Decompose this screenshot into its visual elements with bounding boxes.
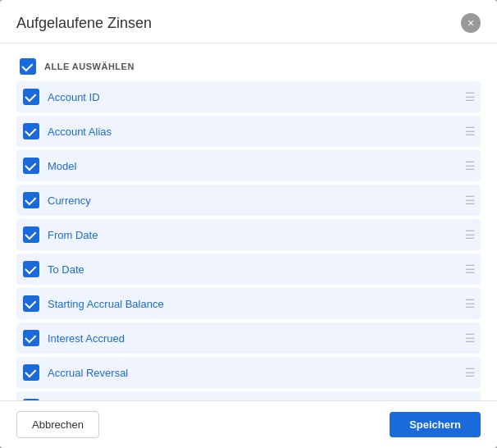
list-item: Starting Accrual Balance ☰ bbox=[16, 288, 481, 319]
item-checkbox-to-date[interactable] bbox=[23, 261, 39, 277]
modal-body: ALLE AUSWÄHLEN Account ID ☰ Account Alia… bbox=[0, 43, 497, 400]
item-label-account-id: Account ID bbox=[48, 91, 100, 103]
drag-handle-icon[interactable]: ☰ bbox=[465, 331, 474, 345]
list-item: Accrual Reversal ☰ bbox=[16, 357, 481, 388]
modal-overlay: Aufgelaufene Zinsen × ALLE AUSWÄHLEN A bbox=[0, 0, 497, 448]
item-left: Starting Accrual Balance bbox=[23, 295, 164, 312]
select-all-checkbox[interactable] bbox=[20, 58, 36, 75]
cancel-button[interactable]: Abbrechen bbox=[16, 411, 99, 438]
item-left: Currency bbox=[23, 192, 91, 208]
modal-footer: Abbrechen Speichern bbox=[0, 400, 497, 448]
item-checkbox-currency[interactable] bbox=[23, 192, 39, 208]
item-checkbox-account-alias[interactable] bbox=[23, 123, 39, 139]
list-item: Currency ☰ bbox=[16, 185, 481, 216]
item-label-currency: Currency bbox=[48, 194, 91, 207]
list-item: Account ID ☰ bbox=[16, 81, 481, 112]
item-checkbox-account-id[interactable] bbox=[23, 89, 39, 105]
item-left: Account Alias bbox=[23, 123, 112, 139]
item-label-starting-accrual-balance: Starting Accrual Balance bbox=[48, 298, 164, 310]
item-label-to-date: To Date bbox=[48, 263, 84, 276]
select-all-label: ALLE AUSWÄHLEN bbox=[44, 62, 135, 71]
item-checkbox-interest-accrued[interactable] bbox=[23, 330, 39, 346]
select-all-row: ALLE AUSWÄHLEN bbox=[16, 52, 481, 81]
modal-header: Aufgelaufene Zinsen × bbox=[0, 0, 497, 43]
item-label-account-alias: Account Alias bbox=[48, 126, 112, 138]
drag-handle-icon[interactable]: ☰ bbox=[465, 228, 474, 241]
list-item: Model ☰ bbox=[16, 150, 481, 181]
items-list: Account ID ☰ Account Alias ☰ Model ☰ bbox=[16, 81, 481, 400]
modal-dialog: Aufgelaufene Zinsen × ALLE AUSWÄHLEN A bbox=[0, 0, 497, 448]
drag-handle-icon[interactable]: ☰ bbox=[465, 125, 474, 138]
item-checkbox-starting-accrual-balance[interactable] bbox=[23, 295, 39, 312]
item-left: From Date bbox=[23, 226, 98, 243]
list-item: Account Alias ☰ bbox=[16, 116, 481, 147]
drag-handle-icon[interactable]: ☰ bbox=[465, 194, 474, 207]
item-checkbox-model[interactable] bbox=[23, 158, 39, 174]
drag-handle-icon[interactable]: ☰ bbox=[465, 90, 474, 103]
item-left: Interest Accrued bbox=[23, 330, 125, 346]
drag-handle-icon[interactable]: ☰ bbox=[465, 159, 474, 172]
item-checkbox-fx-translation[interactable] bbox=[23, 399, 39, 400]
list-item: To Date ☰ bbox=[16, 254, 481, 285]
list-item: Interest Accrued ☰ bbox=[16, 322, 481, 354]
item-checkbox-from-date[interactable] bbox=[23, 226, 39, 243]
drag-handle-icon[interactable]: ☰ bbox=[465, 366, 474, 379]
item-label-model: Model bbox=[48, 160, 76, 172]
item-checkbox-accrual-reversal[interactable] bbox=[23, 364, 39, 381]
drag-handle-icon[interactable]: ☰ bbox=[465, 297, 474, 310]
modal-title: Aufgelaufene Zinsen bbox=[16, 15, 152, 32]
close-button[interactable]: × bbox=[461, 13, 481, 33]
item-left: To Date bbox=[23, 261, 84, 277]
save-button[interactable]: Speichern bbox=[390, 412, 481, 437]
item-left: Accrual Reversal bbox=[23, 364, 128, 381]
list-item: FX Translation ☰ bbox=[16, 391, 481, 400]
drag-handle-icon[interactable]: ☰ bbox=[465, 263, 474, 276]
item-label-from-date: From Date bbox=[48, 229, 98, 241]
item-label-accrual-reversal: Accrual Reversal bbox=[48, 367, 128, 379]
item-left: Model bbox=[23, 158, 76, 174]
item-label-interest-accrued: Interest Accrued bbox=[48, 332, 125, 345]
list-item: From Date ☰ bbox=[16, 219, 481, 250]
item-left: Account ID bbox=[23, 89, 100, 105]
